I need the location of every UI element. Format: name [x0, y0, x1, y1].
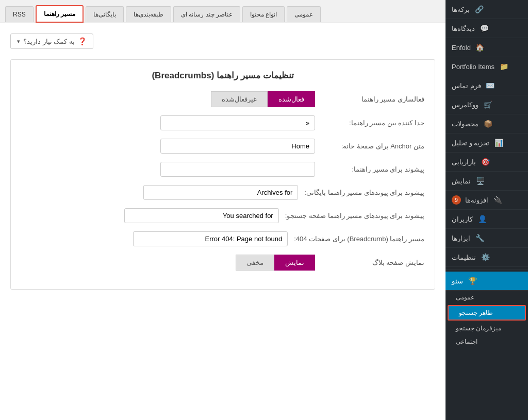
- sidebar-sub-general[interactable]: عمومی: [446, 291, 528, 304]
- tab-general[interactable]: عمومی: [287, 6, 321, 22]
- sidebar-item-berkeh[interactable]: 🔗 برکه‌ها: [446, 0, 528, 19]
- separator-input[interactable]: [160, 115, 315, 130]
- sidebar-label-woo: ووکامرس: [452, 101, 478, 109]
- question-icon: ❓: [78, 37, 87, 45]
- search-prefix-input[interactable]: [124, 208, 279, 223]
- sidebar-label-products: محصولات: [452, 120, 478, 128]
- sidebar-label-portfolio: Portfolio Items: [452, 63, 494, 71]
- sidebar-sub-social[interactable]: اجتماعی: [446, 335, 528, 348]
- sidebar: 🔗 برکه‌ها 💬 دیدگاه‌ها 🏠 Enfold 📁 Portfol…: [446, 0, 528, 420]
- prefix-row: پیشوند برای مسیر راهنما:: [21, 162, 424, 177]
- portfolio-icon: 📁: [499, 61, 509, 72]
- sidebar-label-users: کاربران: [452, 215, 473, 223]
- sidebar-label-berkeh: برکه‌ها: [452, 6, 470, 13]
- tab-bar: RSS مسیر راهنما بایگانی‌ها طبقه‌بندی‌ها …: [0, 0, 446, 23]
- sidebar-label-enfold: Enfold: [452, 44, 471, 52]
- help-bar: ❓ به کمک نیاز دارید؟ ▾: [10, 33, 435, 49]
- enable-row: فعالسازی مسیر راهنما فعال‌شده غیرفعال‌شد…: [21, 91, 424, 107]
- sidebar-label-settings: تنظیمات: [452, 254, 476, 261]
- content-area: ❓ به کمک نیاز دارید؟ ▾ تنظیمات مسیر راهن…: [0, 23, 446, 420]
- hide-button[interactable]: مخفی: [236, 255, 274, 271]
- tab-taxonomies[interactable]: طبقه‌بندی‌ها: [126, 6, 171, 22]
- tab-archives[interactable]: بایگانی‌ها: [86, 6, 124, 22]
- tools-icon: 🔧: [474, 233, 485, 243]
- blog-display-label: نمایش صفحه بلاگ: [321, 259, 424, 266]
- show-button[interactable]: نمایش: [274, 255, 315, 271]
- separator-label: جدا کننده بین مسیر راهنما:: [321, 119, 424, 127]
- archives-prefix-input[interactable]: [143, 185, 298, 200]
- didgah-icon: 💬: [479, 23, 489, 33]
- sidebar-item-marketing[interactable]: 🎯 بازاریابی: [446, 153, 528, 172]
- sidebar-item-analytics[interactable]: 📊 تجزیه و تحلیل: [446, 133, 528, 153]
- tab-breadcrumbs[interactable]: مسیر راهنما: [36, 5, 84, 23]
- error404-input[interactable]: [133, 231, 288, 246]
- settings-icon: ⚙️: [480, 252, 490, 262]
- sidebar-item-didgah[interactable]: 💬 دیدگاه‌ها: [446, 19, 528, 38]
- sidebar-item-products[interactable]: 📦 محصولات: [446, 114, 528, 133]
- sidebar-label-didgah: دیدگاه‌ها: [452, 25, 475, 32]
- sidebar-sub-label-search: ظاهر جستجو: [459, 309, 493, 316]
- home-anchor-label: متن Anchor برای صفحهٔ خانه:: [321, 142, 424, 150]
- sidebar-item-display[interactable]: 🖥️ نمایش: [446, 172, 528, 191]
- products-icon: 📦: [483, 119, 493, 129]
- sidebar-divider: [446, 269, 528, 270]
- help-dropdown[interactable]: ❓ به کمک نیاز دارید؟ ▾: [10, 33, 93, 49]
- error404-label: مسیر راهنما (Breadcrumb) برای صفحات 404:: [294, 235, 424, 243]
- tab-multi-media[interactable]: عناصر چند رسانه ای: [173, 6, 240, 22]
- sidebar-label-seo: سئو: [452, 277, 463, 285]
- help-label: به کمک نیاز دارید؟: [23, 38, 75, 45]
- form-contact-icon: ✉️: [485, 80, 496, 91]
- chevron-down-icon: ▾: [17, 38, 20, 45]
- display-icon: 🖥️: [475, 176, 485, 186]
- sidebar-item-enfold[interactable]: 🏠 Enfold: [446, 38, 528, 57]
- berkeh-icon: 🔗: [474, 4, 484, 14]
- enable-toggle-group: فعال‌شده غیرفعال‌شده: [211, 91, 315, 107]
- sidebar-sub-label-general: عمومی: [456, 294, 474, 301]
- analytics-icon: 📊: [493, 138, 504, 148]
- enfold-icon: 🏠: [475, 42, 485, 53]
- sidebar-label-plugins: افزونه‌ها: [465, 196, 488, 204]
- plugins-badge: 9: [452, 195, 461, 205]
- tab-rss[interactable]: RSS: [5, 6, 34, 22]
- marketing-icon: 🎯: [480, 157, 490, 167]
- sidebar-sub-label-console: میزفرمان جستجو: [456, 325, 501, 332]
- enabled-button[interactable]: فعال‌شده: [268, 91, 315, 107]
- prefix-input[interactable]: [160, 162, 315, 177]
- woocommerce-icon: 🛒: [483, 99, 493, 110]
- sidebar-label-tools: ابزارها: [452, 234, 470, 242]
- enable-label: فعالسازی مسیر راهنما: [321, 95, 424, 103]
- archives-prefix-row: پیشوند برای پیوندهای مسیر راهنما بایگانی…: [21, 185, 424, 200]
- home-anchor-row: متن Anchor برای صفحهٔ خانه:: [21, 139, 424, 154]
- tab-content-types[interactable]: انواع محتوا: [242, 6, 285, 22]
- users-icon: 👤: [477, 214, 487, 224]
- sidebar-item-portfolio[interactable]: 📁 Portfolio Items: [446, 57, 528, 76]
- breadcrumbs-panel: تنظیمات مسیر راهنما (Breadcrumbs) فعالسا…: [10, 59, 435, 290]
- sidebar-label-display: نمایش: [452, 177, 471, 185]
- sidebar-sub-search-console[interactable]: میزفرمان جستجو: [446, 322, 528, 335]
- sidebar-item-tools[interactable]: 🔧 ابزارها: [446, 229, 528, 248]
- sidebar-item-woocommerce[interactable]: 🛒 ووکامرس: [446, 95, 528, 114]
- sidebar-item-form-contact[interactable]: ✉️ فرم تماس: [446, 76, 528, 95]
- search-prefix-label: پیشوند برای پیوندهای مسیر راهنما صفحه جس…: [285, 212, 424, 220]
- sidebar-item-plugins[interactable]: 🔌 افزونه‌ها 9: [446, 191, 528, 210]
- sidebar-item-settings[interactable]: ⚙️ تنظیمات: [446, 248, 528, 267]
- sidebar-label-form: فرم تماس: [452, 82, 481, 90]
- error404-row: مسیر راهنما (Breadcrumb) برای صفحات 404:: [21, 231, 424, 246]
- main-area: RSS مسیر راهنما بایگانی‌ها طبقه‌بندی‌ها …: [0, 0, 446, 420]
- panel-title: تنظیمات مسیر راهنما (Breadcrumbs): [21, 70, 424, 81]
- sidebar-sub-search-appearance[interactable]: ظاهر جستجو: [448, 305, 526, 321]
- sidebar-sub-label-social: اجتماعی: [456, 338, 477, 345]
- seo-icon: 🏆: [467, 276, 477, 286]
- search-prefix-row: پیشوند برای پیوندهای مسیر راهنما صفحه جس…: [21, 208, 424, 223]
- separator-row: جدا کننده بین مسیر راهنما:: [21, 115, 424, 130]
- disabled-button[interactable]: غیرفعال‌شده: [211, 91, 268, 107]
- home-anchor-input[interactable]: [160, 139, 315, 154]
- sidebar-item-seo[interactable]: 🏆 سئو: [446, 272, 528, 291]
- sidebar-item-users[interactable]: 👤 کاربران: [446, 210, 528, 229]
- sidebar-label-analytics: تجزیه و تحلیل: [452, 139, 489, 147]
- blog-display-row: نمایش صفحه بلاگ نمایش مخفی: [21, 255, 424, 271]
- archives-prefix-label: پیشوند برای پیوندهای مسیر راهنما بایگانی…: [304, 189, 424, 196]
- plugins-icon: 🔌: [492, 195, 503, 205]
- prefix-label: پیشوند برای مسیر راهنما:: [321, 165, 424, 173]
- blog-visibility-group: نمایش مخفی: [236, 255, 315, 271]
